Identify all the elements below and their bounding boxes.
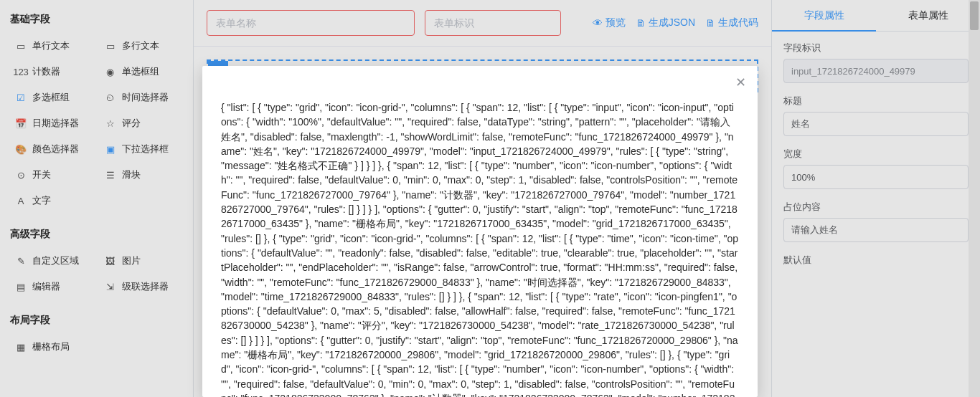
- prop-label: 字段标识: [783, 42, 969, 54]
- prop-row-placeholder: 占位内容: [783, 201, 969, 242]
- field-palette-label: 评分: [122, 117, 141, 130]
- field-palette-label: 图片: [122, 254, 141, 267]
- prop-row-id: 字段标识: [783, 42, 969, 83]
- custom-icon: ✎: [15, 256, 27, 267]
- field-placeholder-input[interactable]: [783, 218, 969, 242]
- field-palette-label: 文字: [32, 194, 51, 207]
- field-title-input[interactable]: [783, 112, 969, 136]
- prop-label: 占位内容: [783, 201, 969, 214]
- checkbox-icon: ☑: [15, 92, 27, 103]
- eye-icon: 👁: [593, 17, 603, 29]
- field-palette-item[interactable]: 📅日期选择器: [7, 110, 97, 136]
- field-palette-label: 单行文本: [32, 39, 70, 52]
- field-palette-item[interactable]: ▣下拉选择框: [97, 136, 187, 162]
- topbar: 👁 预览 🗎 生成JSON 🗎 生成代码: [194, 0, 771, 47]
- field-palette-item[interactable]: ▭多行文本: [97, 33, 187, 59]
- rate-icon: ☆: [105, 118, 116, 129]
- field-palette-item[interactable]: ▭单行文本: [7, 33, 97, 59]
- editor-icon: ▤: [15, 282, 27, 292]
- field-palette-item[interactable]: 123计数器: [7, 59, 97, 85]
- tab-form-props[interactable]: 表单属性: [876, 0, 980, 31]
- field-palette-sidebar: 基础字段 ▭单行文本▭多行文本123计数器◉单选框组☑多选框组⏲时间选择器📅日期…: [0, 0, 194, 397]
- radio-icon: ◉: [105, 67, 116, 77]
- section-title-advanced: 高级字段: [7, 224, 186, 248]
- sidebar-section-advanced: 高级字段 ✎自定义区域🖼图片▤编辑器⇲级联选择器: [7, 224, 186, 300]
- prop-row-default: 默认值: [783, 254, 969, 271]
- properties-panel: 字段属性 表单属性 字段标识 标题 宽度 占位内容 默认值: [772, 0, 980, 397]
- text-icon: A: [15, 196, 27, 206]
- prop-label: 宽度: [783, 148, 969, 161]
- sidebar-section-basic: 基础字段 ▭单行文本▭多行文本123计数器◉单选框组☑多选框组⏲时间选择器📅日期…: [7, 9, 186, 214]
- field-id-input: [783, 59, 969, 83]
- field-palette-label: 时间选择器: [122, 91, 169, 104]
- prop-row-width: 宽度: [783, 148, 969, 189]
- single-line-icon: ▭: [15, 41, 27, 52]
- field-palette-label: 多选框组: [32, 91, 70, 104]
- color-icon: 🎨: [15, 144, 27, 155]
- prop-label: 默认值: [783, 254, 969, 267]
- field-width-input[interactable]: [783, 165, 969, 189]
- field-palette-item[interactable]: ◉单选框组: [97, 59, 187, 85]
- field-properties-form: 字段标识 标题 宽度 占位内容 默认值: [772, 32, 980, 281]
- field-palette-label: 栅格布局: [32, 340, 70, 353]
- select-icon: ▣: [105, 144, 116, 155]
- field-palette-label: 级联选择器: [122, 280, 169, 293]
- close-icon[interactable]: ✕: [735, 76, 746, 89]
- cascader-icon: ⇲: [105, 282, 116, 292]
- field-palette-item[interactable]: ☰滑块: [97, 162, 187, 188]
- tab-field-props[interactable]: 字段属性: [772, 0, 876, 31]
- field-palette-item[interactable]: ▤编辑器: [7, 274, 97, 300]
- form-name-input[interactable]: [207, 10, 415, 36]
- json-output-text[interactable]: { "list": [ { "type": "grid", "icon": "i…: [221, 100, 739, 397]
- field-palette-item[interactable]: ☆评分: [97, 110, 187, 136]
- slider-icon: ☰: [105, 170, 116, 181]
- modal-body[interactable]: { "list": [ { "type": "grid", "icon": "i…: [202, 66, 758, 397]
- field-palette-item[interactable]: A文字: [7, 188, 97, 214]
- scrollbar-thumb[interactable]: [970, 1, 979, 30]
- time-icon: ⏲: [105, 92, 116, 103]
- prop-label: 标题: [783, 95, 969, 107]
- json-icon: 🗎: [636, 17, 646, 29]
- field-palette-item[interactable]: ⊙开关: [7, 162, 97, 188]
- field-palette-item[interactable]: ☑多选框组: [7, 85, 97, 110]
- generate-json-button[interactable]: 🗎 生成JSON: [636, 16, 695, 29]
- field-palette-label: 单选框组: [122, 65, 159, 78]
- field-palette-label: 计数器: [32, 65, 60, 78]
- section-title-layout: 布局字段: [7, 310, 186, 334]
- sidebar-section-layout: 布局字段 ▦栅格布局: [7, 310, 186, 360]
- field-palette-label: 滑块: [122, 168, 141, 181]
- properties-tabs: 字段属性 表单属性: [772, 0, 980, 32]
- field-palette-item[interactable]: ✎自定义区域: [7, 248, 97, 274]
- prop-row-title: 标题: [783, 95, 969, 136]
- field-palette-label: 多行文本: [122, 39, 159, 52]
- field-palette-label: 日期选择器: [32, 117, 79, 130]
- preview-button[interactable]: 👁 预览: [593, 16, 626, 29]
- field-palette-item[interactable]: 🖼图片: [97, 248, 187, 274]
- date-icon: 📅: [15, 118, 27, 129]
- json-output-modal: ✕ { "list": [ { "type": "grid", "icon": …: [202, 66, 758, 397]
- image-icon: 🖼: [105, 256, 116, 267]
- section-title-basic: 基础字段: [7, 9, 186, 33]
- field-palette-label: 开关: [32, 168, 51, 181]
- grid-icon: ▦: [15, 342, 27, 353]
- switch-icon: ⊙: [15, 170, 27, 181]
- counter-icon: 123: [15, 67, 27, 77]
- field-palette-label: 自定义区域: [32, 254, 79, 267]
- multi-line-icon: ▭: [105, 41, 116, 52]
- generate-code-button[interactable]: 🗎 生成代码: [705, 16, 758, 29]
- field-palette-item[interactable]: 🎨颜色选择器: [7, 136, 97, 162]
- field-palette-label: 编辑器: [32, 280, 60, 293]
- form-id-input[interactable]: [425, 10, 561, 36]
- field-palette-item[interactable]: ⇲级联选择器: [97, 274, 187, 300]
- code-icon: 🗎: [705, 17, 715, 29]
- field-palette-label: 颜色选择器: [32, 143, 79, 156]
- field-palette-label: 下拉选择框: [122, 143, 169, 156]
- page-scrollbar[interactable]: [969, 0, 980, 397]
- field-palette-item[interactable]: ▦栅格布局: [7, 334, 97, 360]
- field-palette-item[interactable]: ⏲时间选择器: [97, 85, 187, 110]
